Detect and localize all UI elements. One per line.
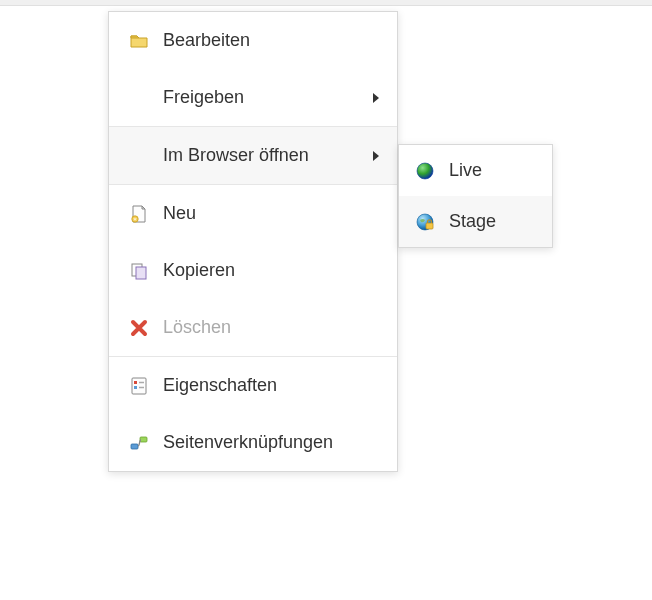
svg-rect-9 bbox=[140, 437, 147, 442]
menu-item-page-links[interactable]: Seitenverknüpfungen bbox=[109, 414, 397, 471]
menu-item-label: Neu bbox=[163, 203, 379, 224]
page-links-icon bbox=[129, 433, 149, 453]
menu-item-properties[interactable]: Eigenschaften bbox=[109, 357, 397, 414]
menu-item-label: Bearbeiten bbox=[163, 30, 379, 51]
menu-item-label: Eigenschaften bbox=[163, 375, 379, 396]
context-menu: Bearbeiten Freigeben Im Browser öffnen N… bbox=[108, 11, 398, 472]
blank-icon bbox=[129, 146, 149, 166]
menu-item-label: Im Browser öffnen bbox=[163, 145, 365, 166]
menu-item-label: Löschen bbox=[163, 317, 379, 338]
menu-item-delete: Löschen bbox=[109, 299, 397, 356]
top-bar bbox=[0, 0, 652, 6]
submenu-open-browser: Live Stage bbox=[398, 144, 553, 248]
menu-item-edit[interactable]: Bearbeiten bbox=[109, 12, 397, 69]
menu-item-open-browser[interactable]: Im Browser öffnen bbox=[109, 127, 397, 184]
submenu-item-label: Live bbox=[449, 160, 536, 181]
globe-live-icon bbox=[415, 161, 435, 181]
folder-icon bbox=[129, 31, 149, 51]
submenu-item-live[interactable]: Live bbox=[399, 145, 552, 196]
svg-rect-5 bbox=[134, 386, 137, 389]
chevron-right-icon bbox=[373, 93, 379, 103]
blank-icon bbox=[129, 88, 149, 108]
svg-rect-8 bbox=[131, 444, 138, 449]
submenu-item-stage[interactable]: Stage bbox=[399, 196, 552, 247]
delete-x-icon bbox=[129, 318, 149, 338]
submenu-item-label: Stage bbox=[449, 211, 536, 232]
menu-item-new[interactable]: Neu bbox=[109, 185, 397, 242]
properties-icon bbox=[129, 376, 149, 396]
svg-rect-12 bbox=[426, 223, 433, 229]
globe-stage-icon bbox=[415, 212, 435, 232]
new-document-icon bbox=[129, 204, 149, 224]
menu-item-share[interactable]: Freigeben bbox=[109, 69, 397, 126]
menu-item-copy[interactable]: Kopieren bbox=[109, 242, 397, 299]
chevron-right-icon bbox=[373, 151, 379, 161]
copy-icon bbox=[129, 261, 149, 281]
menu-item-label: Seitenverknüpfungen bbox=[163, 432, 379, 453]
svg-rect-4 bbox=[134, 381, 137, 384]
svg-rect-2 bbox=[136, 267, 146, 279]
svg-point-10 bbox=[417, 163, 433, 179]
menu-item-label: Freigeben bbox=[163, 87, 365, 108]
menu-item-label: Kopieren bbox=[163, 260, 379, 281]
